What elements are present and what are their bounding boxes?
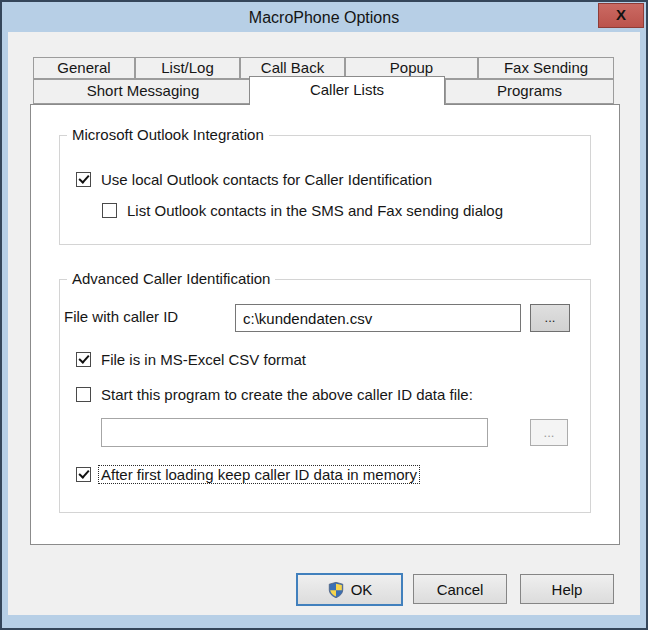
csv-format-label[interactable]: File is in MS-Excel CSV format	[99, 351, 308, 368]
start-program-checkbox-row[interactable]: Start this program to create the above c…	[76, 386, 475, 403]
csv-format-checkbox-row[interactable]: File is in MS-Excel CSV format	[76, 351, 308, 368]
uac-shield-icon	[327, 581, 345, 599]
checkbox-icon[interactable]	[102, 203, 117, 218]
checkbox-icon[interactable]	[76, 467, 91, 482]
help-button-label: Help	[552, 581, 583, 598]
keep-in-memory-label[interactable]: After first loading keep caller ID data …	[99, 466, 419, 483]
tab-list-log[interactable]: List/Log	[135, 57, 240, 79]
close-button[interactable]: X	[598, 3, 644, 28]
use-outlook-contacts-checkbox-row[interactable]: Use local Outlook contacts for Caller Id…	[76, 171, 434, 188]
cancel-button[interactable]: Cancel	[413, 574, 507, 604]
browse-caller-id-file-button[interactable]: ...	[530, 304, 570, 332]
help-button[interactable]: Help	[520, 574, 614, 604]
tab-fax-sending[interactable]: Fax Sending	[478, 57, 614, 79]
program-path-input[interactable]	[101, 418, 488, 447]
browse-program-button: ...	[530, 419, 568, 446]
macrophone-options-dialog: MacroPhone Options X General List/Log Ca…	[0, 0, 648, 630]
tab-general[interactable]: General	[33, 57, 135, 79]
advanced-group-title: Advanced Caller Identification	[67, 270, 275, 287]
ok-button[interactable]: OK	[296, 573, 403, 606]
checkbox-icon[interactable]	[76, 172, 91, 187]
list-outlook-contacts-checkbox-row[interactable]: List Outlook contacts in the SMS and Fax…	[102, 202, 505, 219]
list-outlook-contacts-label[interactable]: List Outlook contacts in the SMS and Fax…	[125, 202, 505, 219]
checkbox-icon[interactable]	[76, 352, 91, 367]
close-x-icon: X	[616, 6, 626, 23]
checkbox-icon[interactable]	[76, 387, 91, 402]
outlook-integration-group: Microsoft Outlook Integration Use local …	[59, 135, 591, 245]
start-program-label[interactable]: Start this program to create the above c…	[99, 386, 475, 403]
caller-id-file-input[interactable]	[235, 304, 521, 332]
ok-button-label: OK	[351, 581, 373, 598]
tab-programs[interactable]: Programs	[445, 79, 614, 104]
titlebar[interactable]: MacroPhone Options	[2, 2, 646, 32]
file-with-caller-id-label: File with caller ID	[64, 303, 178, 331]
window-title: MacroPhone Options	[2, 2, 646, 33]
tab-short-messaging[interactable]: Short Messaging	[33, 79, 253, 104]
cancel-button-label: Cancel	[437, 581, 484, 598]
caller-lists-tab-page: Microsoft Outlook Integration Use local …	[30, 104, 620, 545]
advanced-caller-id-group: Advanced Caller Identification File with…	[59, 279, 591, 513]
outlook-group-title: Microsoft Outlook Integration	[67, 126, 269, 143]
dialog-client-area: General List/Log Call Back Popup Fax Sen…	[8, 32, 640, 615]
tab-caller-lists-active[interactable]: Caller Lists	[249, 76, 445, 105]
keep-in-memory-checkbox-row[interactable]: After first loading keep caller ID data …	[76, 466, 419, 483]
use-outlook-contacts-label[interactable]: Use local Outlook contacts for Caller Id…	[99, 171, 434, 188]
